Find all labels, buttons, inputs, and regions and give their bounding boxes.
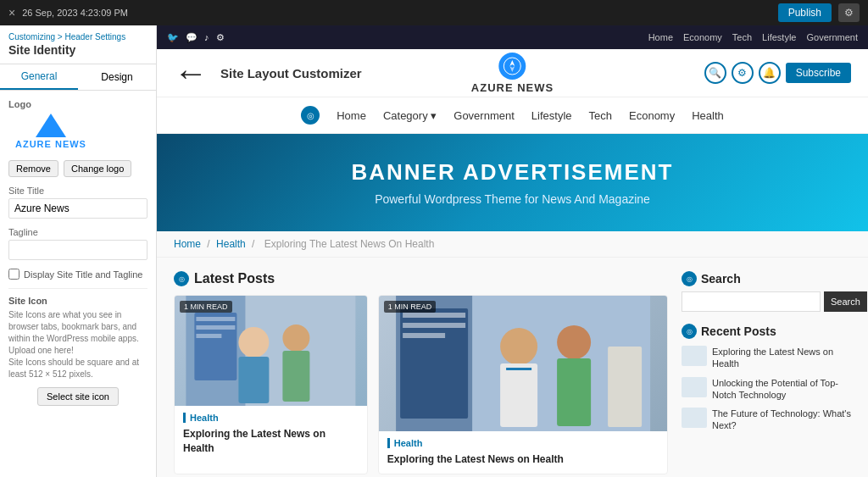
svg-rect-24 (608, 347, 642, 427)
tab-general[interactable]: General (0, 64, 78, 90)
tiktok-icon[interactable]: ♪ (204, 32, 209, 43)
admin-bar-date: 26 Sep, 2023 4:23:09 PM (22, 8, 128, 18)
settings-icon[interactable]: ⚙ (216, 32, 225, 43)
svg-rect-17 (403, 323, 465, 328)
tagline-label: Tagline (8, 227, 147, 237)
breadcrumb-sep1: / (207, 238, 209, 250)
compass-logo-icon (503, 57, 521, 75)
recent-text-2[interactable]: Unlocking the Potential of Top-Notch Tec… (712, 377, 851, 402)
logo-text: AZURE NEWS (15, 139, 86, 149)
breadcrumb-health[interactable]: Health (216, 238, 246, 250)
search-label: Search (701, 272, 741, 286)
post-category-2[interactable]: Health (387, 438, 659, 448)
breadcrumb-bar: Home / Health / Exploring The Latest New… (157, 231, 868, 258)
breadcrumb-home[interactable]: Home (174, 238, 201, 250)
search-button[interactable]: Search (824, 291, 867, 312)
svg-rect-10 (196, 317, 235, 321)
preview-area: 🐦 💬 ♪ ⚙ Home Economy Tech Lifestyle Gove… (157, 25, 868, 477)
display-title-checkbox-row: Display Site Title and Tagline (8, 269, 147, 280)
doctors-image-2 (379, 296, 667, 431)
right-sidebar: ◎ Search Search ◎ Recent Posts (682, 271, 851, 474)
site-header: ← Site Layout Customizer AZURE NEWS 🔍 ⚙ … (157, 49, 868, 97)
preview-topbar: 🐦 💬 ♪ ⚙ Home Economy Tech Lifestyle Gove… (157, 25, 868, 49)
customizer-sidebar: Customizing > Header Settings Site Ident… (0, 25, 157, 477)
site-icon-section: Site Icon Site Icons are what you see in… (8, 288, 147, 406)
main-layout: Customizing > Header Settings Site Ident… (0, 25, 868, 477)
breadcrumb-current: Exploring The Latest News On Health (264, 238, 435, 250)
svg-rect-11 (196, 325, 235, 330)
nav-compass-icon[interactable]: ◎ (301, 106, 320, 125)
search-input[interactable] (682, 291, 821, 312)
topbar-nav: Home Economy Tech Lifestyle Government (648, 32, 858, 42)
topbar-nav-lifestyle[interactable]: Lifestyle (762, 32, 796, 42)
subscribe-button[interactable]: Subscribe (786, 63, 851, 83)
svg-rect-16 (403, 313, 465, 318)
nav-economy[interactable]: Economy (629, 109, 675, 122)
recent-thumb-1 (682, 346, 707, 366)
whatsapp-icon[interactable]: 💬 (186, 32, 198, 43)
recent-thumb-3 (682, 408, 707, 428)
banner-title: BANNER ADVERTISEMENT (174, 159, 851, 186)
display-title-checkbox[interactable] (8, 269, 19, 280)
topbar-nav-home[interactable]: Home (648, 32, 673, 42)
logo-image: AZURE NEWS (8, 114, 93, 148)
post-category-1[interactable]: Health (183, 413, 359, 423)
recent-text-1[interactable]: Exploring the Latest News on Health (712, 346, 851, 370)
site-logo-name: AZURE NEWS (471, 81, 554, 94)
topbar-nav-economy[interactable]: Economy (683, 32, 722, 42)
topbar-nav-government[interactable]: Government (806, 32, 858, 42)
settings-circle-icon[interactable]: ⚙ (732, 62, 754, 84)
svg-rect-20 (500, 363, 537, 427)
post-card-2: 1 MIN READ (378, 295, 668, 474)
nav-tech[interactable]: Tech (589, 109, 612, 122)
logo-label: Logo (8, 99, 147, 109)
recent-text-3[interactable]: The Future of Technology: What's Next? (712, 408, 851, 432)
twitter-icon[interactable]: 🐦 (167, 32, 179, 43)
banner-advertisement: BANNER ADVERTISEMENT Powerful Wordpress … (157, 134, 868, 231)
svg-rect-6 (238, 357, 269, 403)
search-icon[interactable]: 🔍 (704, 62, 726, 84)
header-title: Site Layout Customizer (220, 66, 362, 80)
site-title-label: Site Title (8, 186, 147, 196)
back-arrow-icon[interactable]: ← (174, 56, 208, 90)
change-logo-button[interactable]: Change logo (64, 160, 131, 177)
gear-button[interactable]: ⚙ (838, 3, 860, 22)
main-content: ◎ Latest Posts 1 MIN READ (157, 258, 868, 477)
tab-design[interactable]: Design (78, 64, 156, 90)
breadcrumb: Customizing > Header Settings (8, 32, 147, 42)
publish-button[interactable]: Publish (778, 3, 832, 22)
breadcrumb-sep2: / (252, 238, 254, 250)
site-title-input[interactable] (8, 198, 147, 219)
svg-rect-18 (403, 333, 445, 338)
nav-government[interactable]: Government (453, 109, 515, 122)
site-logo: AZURE NEWS (471, 53, 554, 94)
recent-post-1: Exploring the Latest News on Health (682, 346, 851, 370)
nav-home[interactable]: Home (337, 109, 366, 122)
header-actions: 🔍 ⚙ 🔔 Subscribe (704, 62, 851, 84)
svg-rect-23 (557, 358, 591, 426)
topbar-nav-tech[interactable]: Tech (732, 32, 752, 42)
nav-category[interactable]: Category ▾ (383, 109, 437, 122)
topbar-social-icons: 🐦 💬 ♪ ⚙ (167, 32, 225, 43)
site-icon-desc: Site Icons are what you see in browser t… (8, 309, 147, 380)
logo-buttons: Remove Change logo (8, 160, 147, 177)
recent-compass-icon: ◎ (682, 324, 697, 339)
site-title-field: Site Title (8, 186, 147, 219)
post-card-body-1: Health Exploring the Latest News on Heal… (175, 406, 367, 463)
min-read-badge-1: 1 MIN READ (180, 301, 232, 313)
nav-lifestyle[interactable]: Lifestyle (531, 109, 572, 122)
tagline-input[interactable] (8, 240, 147, 260)
sidebar-title: Site Identity (8, 43, 147, 57)
recent-title-bar: ◎ Recent Posts (682, 324, 851, 339)
search-compass-icon: ◎ (682, 271, 697, 286)
svg-point-19 (500, 328, 537, 365)
select-site-icon-button[interactable]: Select site icon (37, 387, 119, 406)
posts-grid: 1 MIN READ (174, 295, 668, 474)
bell-icon[interactable]: 🔔 (759, 62, 781, 84)
remove-logo-button[interactable]: Remove (8, 160, 58, 177)
svg-point-22 (557, 325, 591, 359)
header-left: ← Site Layout Customizer (174, 56, 362, 90)
close-icon[interactable]: × (8, 6, 15, 19)
post-title-2: Exploring the Latest News on Health (387, 452, 659, 467)
nav-health[interactable]: Health (692, 109, 724, 122)
